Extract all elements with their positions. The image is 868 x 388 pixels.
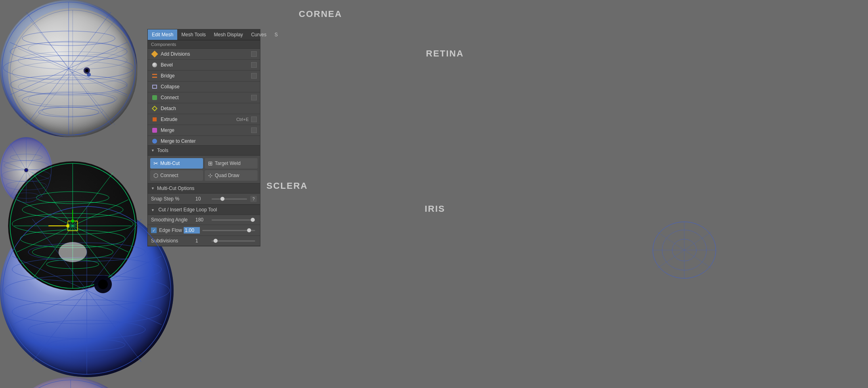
multi-cut-icon: ✂ bbox=[153, 160, 158, 167]
snap-step-help[interactable]: ? bbox=[250, 196, 257, 202]
bevel-checkbox[interactable] bbox=[251, 62, 257, 68]
edge-loop-triangle-icon: ▼ bbox=[151, 208, 155, 212]
bridge-label: Bridge bbox=[161, 73, 251, 79]
retina-label: RETINA bbox=[426, 48, 464, 59]
tab-curves[interactable]: Curves bbox=[247, 29, 270, 40]
bevel-icon bbox=[151, 61, 158, 69]
menu-item-bevel[interactable]: Bevel bbox=[148, 60, 260, 71]
tab-mesh-display[interactable]: Mesh Display bbox=[210, 29, 247, 40]
svg-point-47 bbox=[10, 154, 42, 161]
svg-point-30 bbox=[71, 219, 74, 223]
svg-point-19 bbox=[46, 260, 99, 269]
extrude-label: Extrude bbox=[161, 117, 236, 122]
svg-point-73 bbox=[3, 380, 138, 388]
menu-item-extrude[interactable]: Extrude Ctrl+E bbox=[148, 114, 260, 125]
svg-point-2 bbox=[18, 52, 127, 69]
multi-cut-label: Multi-Cut bbox=[160, 161, 180, 166]
cut-insert-label: Cut / Insert Edge Loop Tool bbox=[158, 207, 217, 213]
bridge-checkbox[interactable] bbox=[251, 73, 257, 79]
smoothing-angle-thumb[interactable] bbox=[251, 218, 255, 222]
svg-point-15 bbox=[22, 202, 123, 218]
multi-cut-options-header[interactable]: ▼ Multi-Cut Options bbox=[148, 183, 260, 194]
menu-item-add-divisions[interactable]: Add Divisions bbox=[148, 49, 260, 60]
menu-panel: Edit Mesh Mesh Tools Mesh Display Curves… bbox=[147, 29, 260, 158]
snap-step-thumb[interactable] bbox=[220, 197, 224, 201]
menu-item-detach[interactable]: Detach bbox=[148, 103, 260, 114]
edge-flow-checkbox[interactable]: ✓ bbox=[151, 227, 157, 233]
edge-flow-thumb[interactable] bbox=[247, 228, 251, 232]
cornea-label: CORNEA bbox=[299, 9, 342, 19]
svg-point-62 bbox=[12, 300, 161, 324]
svg-point-57 bbox=[25, 169, 27, 171]
svg-point-5 bbox=[28, 92, 117, 106]
edge-flow-input[interactable] bbox=[184, 227, 200, 234]
extrude-checkbox[interactable] bbox=[251, 117, 257, 122]
menu-item-collapse[interactable]: Collapse bbox=[148, 81, 260, 92]
svg-point-31 bbox=[67, 225, 69, 227]
svg-line-8 bbox=[30, 20, 115, 125]
snap-step-slider[interactable] bbox=[212, 198, 247, 200]
svg-rect-26 bbox=[68, 221, 78, 231]
svg-point-12 bbox=[87, 73, 91, 77]
svg-point-56 bbox=[24, 168, 28, 172]
merge-label: Merge bbox=[161, 127, 251, 133]
tools-grid: ✂ Multi-Cut ⊞ Target Weld ⬡ Connect ⊹ Qu… bbox=[148, 156, 260, 183]
tab-s[interactable]: S bbox=[270, 29, 282, 40]
edge-flow-label: Edge Flow bbox=[159, 227, 182, 233]
svg-line-11 bbox=[18, 48, 127, 97]
menu-item-bridge[interactable]: Bridge bbox=[148, 71, 260, 81]
connect-tool-icon: ⬡ bbox=[153, 172, 158, 179]
tools-panel: ▼ Tools ✂ Multi-Cut ⊞ Target Weld ⬡ Conn… bbox=[147, 145, 260, 246]
sclera-label: SCLERA bbox=[266, 181, 308, 191]
detach-icon bbox=[151, 105, 158, 112]
connect-checkbox[interactable] bbox=[251, 95, 257, 100]
quad-draw-label: Quad Draw bbox=[215, 173, 239, 178]
tools-triangle-icon: ▼ bbox=[151, 148, 155, 152]
edge-flow-slider[interactable] bbox=[202, 230, 255, 231]
multi-cut-button[interactable]: ✂ Multi-Cut bbox=[150, 158, 203, 169]
target-weld-button[interactable]: ⊞ Target Weld bbox=[205, 158, 258, 169]
svg-line-24 bbox=[17, 200, 128, 252]
target-weld-icon: ⊞ bbox=[208, 160, 213, 167]
detach-label: Detach bbox=[161, 106, 257, 111]
target-weld-label: Target Weld bbox=[215, 161, 241, 166]
svg-point-3 bbox=[12, 61, 133, 84]
connect-tool-label: Connect bbox=[160, 173, 178, 178]
subdivisions-slider[interactable] bbox=[212, 240, 255, 242]
add-divisions-icon bbox=[151, 50, 158, 58]
subdivisions-thumb[interactable] bbox=[214, 239, 218, 243]
extrude-icon bbox=[151, 116, 158, 123]
smoothing-angle-slider[interactable] bbox=[212, 219, 255, 221]
svg-line-9 bbox=[18, 48, 127, 97]
svg-point-18 bbox=[32, 245, 113, 259]
merge-center-icon bbox=[151, 138, 158, 145]
sphere-bottomleft bbox=[8, 161, 137, 290]
svg-point-17 bbox=[20, 230, 125, 248]
menu-item-connect[interactable]: Connect bbox=[148, 92, 260, 103]
wireframe-topleft bbox=[8, 8, 137, 137]
svg-point-0 bbox=[10, 10, 135, 135]
quad-draw-button[interactable]: ⊹ Quad Draw bbox=[205, 170, 258, 181]
add-divisions-checkbox[interactable] bbox=[251, 51, 257, 57]
merge-center-label: Merge to Center bbox=[161, 138, 257, 144]
iris-label: IRIS bbox=[425, 204, 445, 214]
connect-tool-button[interactable]: ⬡ Connect bbox=[150, 170, 203, 181]
tools-section-label: Tools bbox=[157, 148, 168, 153]
components-header: Components bbox=[148, 40, 260, 49]
add-divisions-label: Add Divisions bbox=[161, 51, 251, 57]
tab-edit-mesh[interactable]: Edit Mesh bbox=[148, 29, 177, 40]
tools-section-header[interactable]: ▼ Tools bbox=[148, 146, 260, 156]
sphere-topleft bbox=[8, 8, 137, 137]
collapse-label: Collapse bbox=[161, 84, 257, 90]
svg-point-13 bbox=[10, 163, 135, 288]
collapse-icon bbox=[151, 83, 158, 90]
merge-checkbox[interactable] bbox=[251, 127, 257, 133]
svg-point-64 bbox=[48, 339, 125, 351]
svg-point-16 bbox=[12, 213, 133, 234]
connect-icon bbox=[151, 94, 158, 101]
snap-step-label: Snap Step % bbox=[151, 196, 195, 202]
tab-mesh-tools[interactable]: Mesh Tools bbox=[177, 29, 210, 40]
menu-item-merge[interactable]: Merge bbox=[148, 125, 260, 136]
bevel-label: Bevel bbox=[161, 62, 251, 68]
snap-step-value: 10 bbox=[195, 196, 208, 202]
